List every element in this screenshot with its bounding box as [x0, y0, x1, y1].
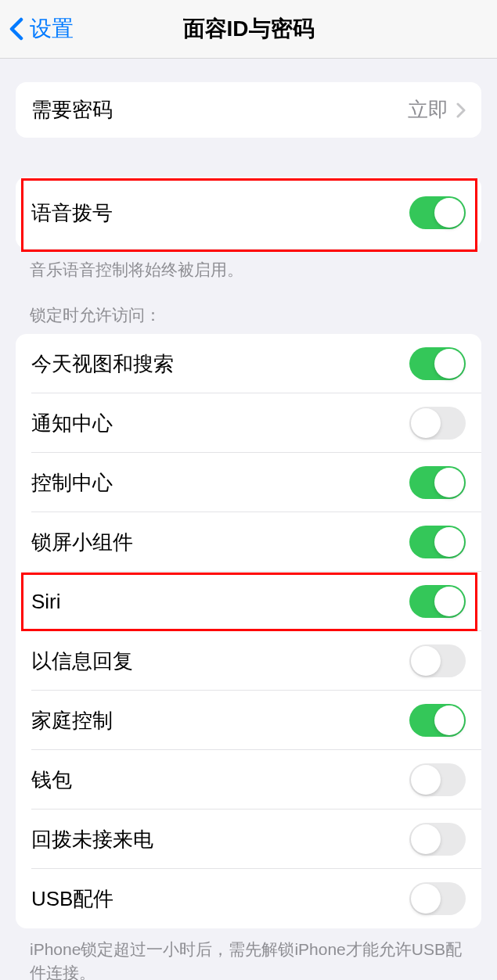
voice-dial-toggle[interactable]: [409, 196, 466, 229]
back-label: 设置: [30, 14, 74, 44]
lock-access-cell: 以信息回复: [16, 631, 481, 691]
require-passcode-value: 立即: [408, 96, 448, 124]
lock-access-cell: 回拨未接来电: [16, 809, 481, 869]
lock-access-label: 今天视图和搜索: [31, 350, 174, 378]
chevron-left-icon: [9, 17, 23, 41]
lock-access-label: 控制中心: [31, 469, 113, 497]
lock-access-toggle[interactable]: [409, 823, 466, 856]
lock-access-toggle[interactable]: [409, 644, 466, 677]
page-title: 面容ID与密码: [183, 14, 315, 44]
lock-access-label: USB配件: [31, 885, 113, 913]
require-passcode-cell[interactable]: 需要密码 立即: [16, 82, 481, 138]
lock-access-toggle[interactable]: [409, 466, 466, 499]
navigation-bar: 设置 面容ID与密码: [0, 0, 497, 59]
lock-access-cell: USB配件: [16, 869, 481, 928]
lock-access-label: Siri: [31, 590, 61, 614]
lock-access-header: 锁定时允许访问：: [0, 281, 497, 334]
lock-access-toggle[interactable]: [409, 347, 466, 380]
lock-access-toggle[interactable]: [409, 763, 466, 796]
lock-access-footer: iPhone锁定超过一小时后，需先解锁iPhone才能允许USB配件连接。: [0, 928, 497, 980]
voice-dial-group: 语音拨号: [16, 177, 481, 249]
lock-access-toggle[interactable]: [409, 704, 466, 737]
lock-access-toggle[interactable]: [409, 526, 466, 558]
lock-access-cell: 钱包: [16, 750, 481, 809]
lock-access-toggle[interactable]: [409, 585, 466, 618]
require-passcode-group: 需要密码 立即: [16, 82, 481, 138]
voice-dial-cell: 语音拨号: [16, 177, 481, 249]
voice-dial-footer: 音乐语音控制将始终被启用。: [0, 249, 497, 281]
lock-access-cell: 家庭控制: [16, 691, 481, 750]
lock-access-label: 以信息回复: [31, 648, 133, 675]
lock-access-label: 家庭控制: [31, 707, 113, 734]
chevron-right-icon: [456, 102, 466, 118]
lock-access-label: 钱包: [31, 766, 72, 794]
lock-access-label: 回拨未接来电: [31, 826, 153, 853]
lock-access-cell: Siri: [16, 572, 481, 631]
lock-access-cell: 控制中心: [16, 453, 481, 512]
voice-dial-label: 语音拨号: [31, 199, 113, 227]
lock-access-cell: 锁屏小组件: [16, 512, 481, 572]
require-passcode-label: 需要密码: [31, 96, 113, 124]
lock-access-toggle[interactable]: [409, 407, 466, 440]
lock-access-cell: 通知中心: [16, 393, 481, 453]
lock-access-cell: 今天视图和搜索: [16, 334, 481, 393]
back-button[interactable]: 设置: [0, 14, 74, 44]
lock-access-label: 通知中心: [31, 410, 113, 437]
lock-access-toggle[interactable]: [409, 882, 466, 915]
lock-access-group: 今天视图和搜索通知中心控制中心锁屏小组件Siri以信息回复家庭控制钱包回拨未接来…: [16, 334, 481, 928]
lock-access-label: 锁屏小组件: [31, 529, 133, 556]
